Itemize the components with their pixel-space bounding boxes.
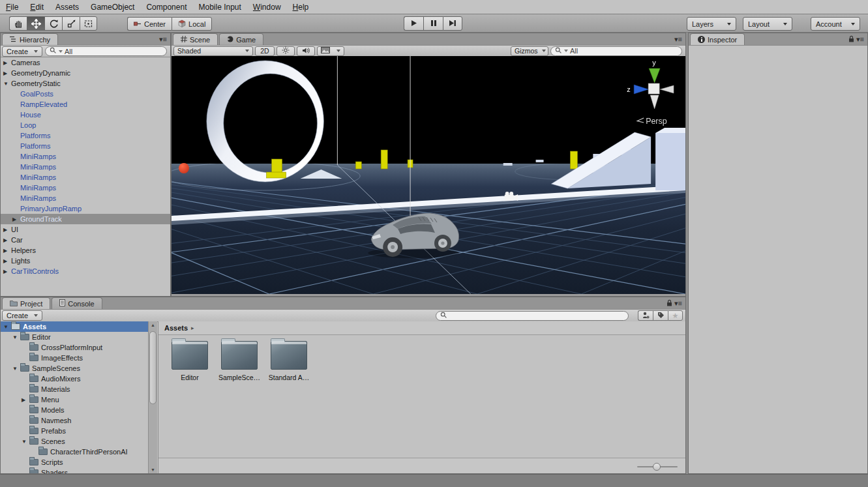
hierarchy-item-cartiltcontrols[interactable]: ▶CarTiltControls xyxy=(1,266,170,276)
asset-folder-samplesce[interactable]: SampleSce… xyxy=(216,337,263,381)
tab-project[interactable]: Project xyxy=(2,297,50,309)
scene-panel-menu[interactable]: ▾≡ xyxy=(674,33,685,45)
project-tree-item-navmesh[interactable]: Navmesh xyxy=(1,415,148,426)
collapsed-arrow-icon[interactable]: ▶ xyxy=(3,269,11,274)
hierarchy-item-car[interactable]: ▶Car xyxy=(1,235,170,245)
gizmo-cube[interactable] xyxy=(648,83,659,94)
hierarchy-item-lights[interactable]: ▶Lights xyxy=(1,256,170,266)
persp-label[interactable]: Persp xyxy=(646,117,667,126)
slider-knob[interactable] xyxy=(653,463,661,471)
project-tree-item-characterthirdpersonai[interactable]: CharacterThirdPersonAI xyxy=(1,447,148,457)
hierarchy-item-miniramps[interactable]: MiniRamps xyxy=(1,172,170,183)
project-tree-item-menu[interactable]: ▶Menu xyxy=(1,394,148,405)
collapsed-arrow-icon[interactable]: ▶ xyxy=(3,227,11,233)
project-tree-item-prefabs[interactable]: Prefabs xyxy=(1,426,148,436)
expanded-arrow-icon[interactable]: ▼ xyxy=(12,366,20,372)
project-tree-scrollbar[interactable]: ▲ ▼ xyxy=(148,321,157,473)
2d-toggle-button[interactable]: 2D xyxy=(255,46,275,56)
lock-icon[interactable] xyxy=(666,299,672,308)
hierarchy-item-goalposts[interactable]: GoalPosts xyxy=(1,89,170,99)
scroll-up-icon[interactable]: ▲ xyxy=(149,323,157,327)
collapsed-arrow-icon[interactable]: ▶ xyxy=(12,216,20,222)
scene-red-sphere[interactable] xyxy=(179,163,189,173)
scene-viewport[interactable]: y z Persp xyxy=(172,56,685,294)
menu-gameobject[interactable]: GameObject xyxy=(85,0,140,14)
pivot-local-button[interactable]: Local xyxy=(172,17,212,31)
project-search-input[interactable] xyxy=(436,311,629,321)
lighting-toggle-button[interactable] xyxy=(277,46,295,56)
draw-mode-dropdown[interactable]: Shaded xyxy=(173,46,253,56)
hierarchy-item-platforms[interactable]: Platforms xyxy=(1,130,170,141)
pivot-center-button[interactable]: Center xyxy=(127,17,172,31)
project-tree-item-samplescenes[interactable]: ▼SampleScenes xyxy=(1,363,148,374)
hand-tool-button[interactable] xyxy=(9,16,27,31)
favorites-button[interactable]: ★ xyxy=(668,310,683,321)
hierarchy-item-house[interactable]: House xyxy=(1,110,170,120)
panel-menu-icon[interactable]: ▾≡ xyxy=(856,35,864,44)
tab-hierarchy[interactable]: Hierarchy xyxy=(2,33,58,45)
hierarchy-item-miniramps[interactable]: MiniRamps xyxy=(1,151,170,162)
project-tree-item-models[interactable]: Models xyxy=(1,405,148,415)
lock-icon[interactable] xyxy=(848,35,854,44)
rect-tool-button[interactable] xyxy=(80,16,97,31)
hierarchy-item-ui[interactable]: ▶UI xyxy=(1,224,170,235)
icon-size-slider[interactable] xyxy=(637,463,678,471)
tab-inspector[interactable]: Inspector xyxy=(690,33,745,45)
menu-mobile-input[interactable]: Mobile Input xyxy=(192,0,247,14)
project-tree-item-assets[interactable]: ▼Assets xyxy=(1,321,148,332)
collapsed-arrow-icon[interactable]: ▶ xyxy=(3,60,11,66)
hierarchy-item-geometrydynamic[interactable]: ▶GeometryDynamic xyxy=(1,68,170,78)
search-by-label-button[interactable] xyxy=(653,310,668,321)
tab-scene[interactable]: Scene xyxy=(173,33,218,45)
project-tree-item-audiomixers[interactable]: AudioMixers xyxy=(1,374,148,384)
collapsed-arrow-icon[interactable]: ▶ xyxy=(3,248,11,254)
project-tree-item-scripts[interactable]: Scripts xyxy=(1,457,148,467)
menu-window[interactable]: Window xyxy=(247,0,287,14)
collapsed-arrow-icon[interactable]: ▶ xyxy=(3,70,11,76)
breadcrumb-label[interactable]: Assets xyxy=(164,324,188,332)
search-filter-caret-icon[interactable] xyxy=(564,50,568,52)
scene-search-input[interactable]: All xyxy=(550,46,682,56)
layout-dropdown[interactable]: Layout xyxy=(743,17,792,31)
tab-game[interactable]: Game xyxy=(219,33,263,45)
menu-help[interactable]: Help xyxy=(287,0,315,14)
scene-big-box[interactable] xyxy=(655,128,685,190)
project-tree-item-imageeffects[interactable]: ImageEffects xyxy=(1,353,148,363)
project-create-button[interactable]: Create xyxy=(2,310,42,321)
search-filter-caret-icon[interactable] xyxy=(59,50,63,53)
asset-folder-standarda[interactable]: Standard A… xyxy=(265,337,312,381)
layers-dropdown[interactable]: Layers xyxy=(687,17,736,31)
hierarchy-item-miniramps[interactable]: MiniRamps xyxy=(1,162,170,172)
expanded-arrow-icon[interactable]: ▼ xyxy=(3,81,11,87)
scrollbar-thumb[interactable] xyxy=(149,331,157,404)
menu-edit[interactable]: Edit xyxy=(24,0,50,14)
hierarchy-item-platforms[interactable]: Platforms xyxy=(1,141,170,151)
hierarchy-item-geometrystatic[interactable]: ▼GeometryStatic xyxy=(1,78,170,89)
menu-component[interactable]: Component xyxy=(140,0,192,14)
hierarchy-item-miniramps[interactable]: MiniRamps xyxy=(1,193,170,203)
search-by-type-button[interactable] xyxy=(638,310,653,321)
menu-assets[interactable]: Assets xyxy=(50,0,85,14)
hierarchy-item-primaryjumpramp[interactable]: PrimaryJumpRamp xyxy=(1,203,170,214)
project-tree-item-crossplatforminput[interactable]: CrossPlatformInput xyxy=(1,342,148,353)
panel-menu-icon[interactable]: ▾≡ xyxy=(674,299,682,308)
collapsed-arrow-icon[interactable]: ▶ xyxy=(3,237,11,243)
hierarchy-item-rampelevated[interactable]: RampElevated xyxy=(1,99,170,110)
expanded-arrow-icon[interactable]: ▼ xyxy=(22,439,29,445)
expanded-arrow-icon[interactable]: ▼ xyxy=(3,324,11,330)
effects-dropdown[interactable] xyxy=(317,46,344,56)
collapsed-arrow-icon[interactable]: ▶ xyxy=(3,258,11,264)
hierarchy-search-input[interactable]: All xyxy=(45,46,167,56)
gizmos-dropdown[interactable]: Gizmos xyxy=(511,46,548,56)
step-button[interactable] xyxy=(443,16,462,31)
project-tree-item-materials[interactable]: Materials xyxy=(1,384,148,394)
project-tree-item-scenes[interactable]: ▼Scenes xyxy=(1,436,148,447)
rotate-tool-button[interactable] xyxy=(44,16,62,31)
project-tree-item-shaders[interactable]: Shaders xyxy=(1,467,148,473)
hierarchy-item-loop[interactable]: Loop xyxy=(1,120,170,130)
hierarchy-create-button[interactable]: Create xyxy=(2,46,42,57)
hierarchy-item-miniramps[interactable]: MiniRamps xyxy=(1,183,170,193)
expanded-arrow-icon[interactable]: ▼ xyxy=(12,334,20,340)
hierarchy-item-groundtrack[interactable]: ▶GroundTrack xyxy=(1,214,170,224)
menu-file[interactable]: File xyxy=(0,0,24,14)
